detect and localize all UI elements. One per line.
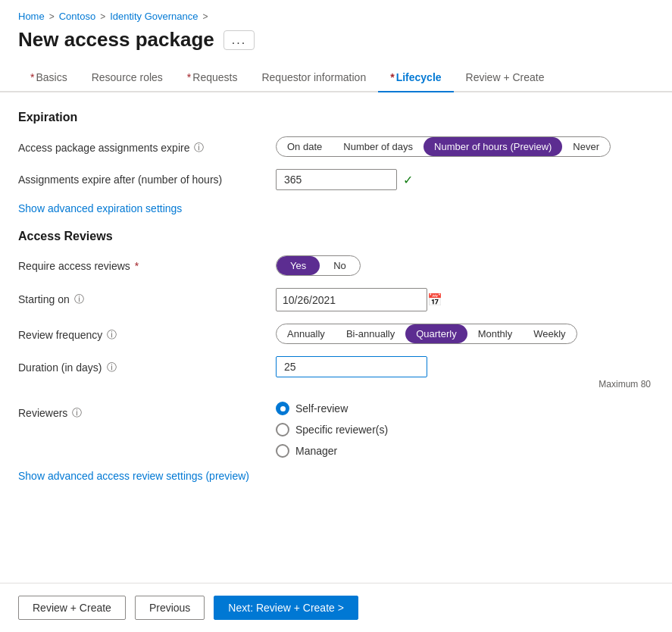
- freq-monthly-btn[interactable]: Monthly: [467, 324, 524, 343]
- duration-input[interactable]: [276, 356, 427, 377]
- advanced-expiration-link-wrapper: Show advanced expiration settings: [18, 202, 654, 214]
- breadcrumb-home[interactable]: Home: [18, 11, 45, 22]
- radio-self-review-label: Self-review: [295, 402, 348, 415]
- no-button[interactable]: No: [320, 256, 360, 275]
- breadcrumb-contoso[interactable]: Contoso: [59, 11, 95, 22]
- footer: Review + Create Previous Next: Review + …: [0, 583, 672, 632]
- expire-option-control: On date Number of days Number of hours (…: [276, 136, 654, 157]
- expire-seg-group: On date Number of days Number of hours (…: [276, 136, 611, 157]
- expire-number-of-days-btn[interactable]: Number of days: [333, 137, 424, 156]
- tab-basics-asterisk: *: [30, 71, 34, 83]
- require-reviews-label: Require access reviews *: [18, 255, 261, 272]
- duration-max-hint: Maximum 80: [276, 379, 654, 390]
- radio-self-review[interactable]: Self-review: [276, 402, 654, 415]
- advanced-review-link-wrapper: Show advanced access review settings (pr…: [18, 470, 654, 482]
- require-reviews-row: Require access reviews * Yes No: [18, 255, 654, 276]
- breadcrumb-identity-governance[interactable]: Identity Governance: [110, 11, 198, 22]
- starting-on-control: 📅: [276, 288, 654, 311]
- expiration-section-title: Expiration: [18, 111, 654, 124]
- page-wrapper: Home > Contoso > Identity Governance > N…: [0, 0, 672, 632]
- reviewers-info-icon: ⓘ: [72, 406, 82, 420]
- tab-requestor-info[interactable]: Requestor information: [249, 64, 378, 92]
- require-reviews-asterisk: *: [135, 260, 139, 272]
- reviewers-row: Reviewers ⓘ Self-review Specific reviewe…: [18, 402, 654, 458]
- radio-self-review-circle: [276, 402, 289, 415]
- tab-lifecycle-asterisk: *: [390, 71, 394, 83]
- frequency-seg-group: Annually Bi-annually Quarterly Monthly W…: [276, 324, 577, 344]
- radio-specific-reviewer-label: Specific reviewer(s): [295, 424, 388, 436]
- review-create-button[interactable]: Review + Create: [18, 596, 126, 620]
- access-reviews-section-title: Access Reviews: [18, 230, 654, 243]
- radio-manager[interactable]: Manager: [276, 444, 654, 458]
- duration-info-icon: ⓘ: [107, 361, 117, 374]
- duration-label: Duration (in days) ⓘ: [18, 356, 261, 374]
- tab-lifecycle[interactable]: *Lifecycle: [378, 64, 453, 92]
- radio-specific-reviewer-circle: [276, 423, 289, 436]
- previous-button[interactable]: Previous: [135, 596, 205, 620]
- reviewers-control: Self-review Specific reviewer(s) Manager: [276, 402, 654, 458]
- advanced-review-link[interactable]: Show advanced access review settings (pr…: [18, 470, 249, 482]
- expire-option-row: Access package assignments expire ⓘ On d…: [18, 136, 654, 157]
- freq-weekly-btn[interactable]: Weekly: [523, 324, 576, 343]
- breadcrumb-sep-2: >: [100, 11, 105, 22]
- advanced-expiration-link[interactable]: Show advanced expiration settings: [18, 202, 182, 214]
- expire-after-control: ✓: [276, 169, 654, 190]
- next-button[interactable]: Next: Review + Create >: [214, 596, 358, 620]
- freq-quarterly-btn[interactable]: Quarterly: [405, 324, 467, 343]
- tab-requests[interactable]: *Requests: [175, 64, 250, 92]
- tab-review-create[interactable]: Review + Create: [454, 64, 557, 92]
- expire-option-label: Access package assignments expire ⓘ: [18, 136, 261, 155]
- require-reviews-control: Yes No: [276, 255, 654, 276]
- expire-after-row: Assignments expire after (number of hour…: [18, 169, 654, 190]
- expire-after-input-wrapper: ✓: [276, 169, 654, 190]
- reviewers-radio-group: Self-review Specific reviewer(s) Manager: [276, 402, 654, 458]
- breadcrumb-sep-1: >: [49, 11, 55, 22]
- tab-requests-asterisk: *: [187, 71, 191, 83]
- main-content: Expiration Access package assignments ex…: [0, 111, 672, 583]
- expire-info-icon: ⓘ: [194, 141, 204, 155]
- date-field-wrapper: 📅: [276, 288, 427, 311]
- expire-on-date-btn[interactable]: On date: [277, 137, 333, 156]
- tab-basics[interactable]: *Basics: [18, 64, 80, 92]
- duration-control: Maximum 80: [276, 356, 654, 390]
- expire-never-btn[interactable]: Never: [562, 137, 610, 156]
- radio-manager-label: Manager: [295, 445, 337, 457]
- more-options-button[interactable]: ...: [223, 30, 255, 50]
- yes-no-group: Yes No: [276, 255, 361, 276]
- frequency-info-icon: ⓘ: [107, 328, 117, 342]
- radio-specific-reviewer[interactable]: Specific reviewer(s): [276, 423, 654, 436]
- breadcrumb: Home > Contoso > Identity Governance >: [0, 0, 672, 25]
- frequency-row: Review frequency ⓘ Annually Bi-annually …: [18, 324, 654, 344]
- page-title: New access package: [18, 28, 214, 52]
- radio-manager-circle: [276, 444, 289, 458]
- expire-number-of-hours-btn[interactable]: Number of hours (Preview): [424, 137, 562, 156]
- expire-after-input[interactable]: [276, 169, 397, 190]
- page-title-row: New access package ...: [0, 25, 672, 64]
- breadcrumb-sep-3: >: [203, 11, 208, 22]
- duration-row: Duration (in days) ⓘ Maximum 80: [18, 356, 654, 390]
- calendar-icon[interactable]: 📅: [421, 289, 449, 311]
- freq-bi-annually-btn[interactable]: Bi-annually: [336, 324, 405, 343]
- expire-after-label: Assignments expire after (number of hour…: [18, 169, 261, 186]
- starting-on-label: Starting on ⓘ: [18, 288, 261, 306]
- starting-on-row: Starting on ⓘ 📅: [18, 288, 654, 311]
- tab-resource-roles[interactable]: Resource roles: [80, 64, 175, 92]
- starting-on-info-icon: ⓘ: [74, 293, 84, 306]
- tabs-bar: *Basics Resource roles *Requests Request…: [0, 64, 672, 92]
- yes-button[interactable]: Yes: [277, 256, 320, 275]
- reviewers-label: Reviewers ⓘ: [18, 402, 261, 420]
- frequency-control: Annually Bi-annually Quarterly Monthly W…: [276, 324, 654, 344]
- frequency-label: Review frequency ⓘ: [18, 324, 261, 342]
- duration-input-wrapper: Maximum 80: [276, 356, 654, 390]
- expire-after-check-icon: ✓: [403, 173, 413, 187]
- starting-on-input[interactable]: [277, 290, 421, 310]
- freq-annually-btn[interactable]: Annually: [277, 324, 336, 343]
